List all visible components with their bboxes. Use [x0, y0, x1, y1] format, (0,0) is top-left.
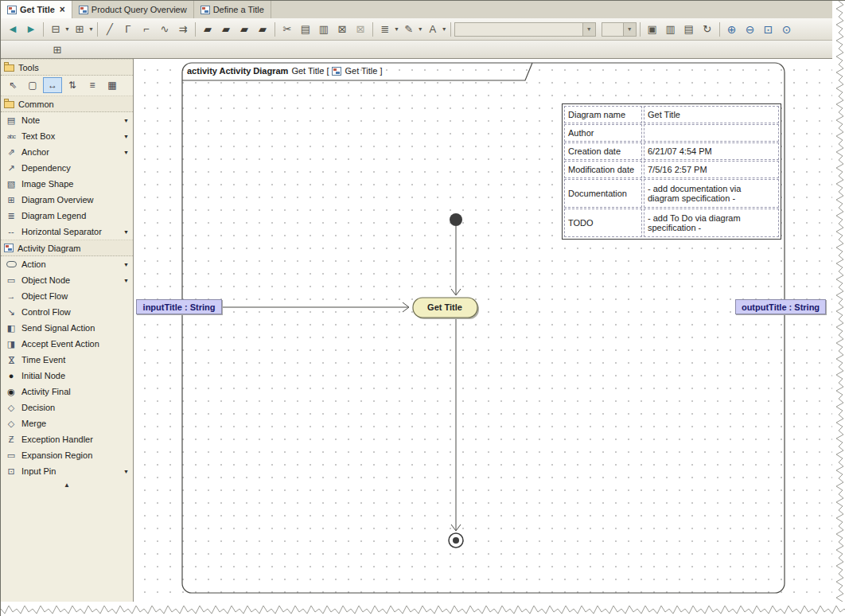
- sidebar-item-action[interactable]: Action ▼: [1, 256, 133, 272]
- line-style-button[interactable]: ✎: [400, 21, 418, 37]
- input-parameter-node[interactable]: inputTitle : String: [136, 299, 222, 314]
- chevron-down-icon[interactable]: ▼: [123, 150, 129, 155]
- chevron-down-icon[interactable]: ▼: [123, 469, 129, 474]
- copy-button[interactable]: ▤: [297, 21, 314, 37]
- tab-define-a-title[interactable]: Define a Title: [194, 1, 271, 18]
- sidebar-item-control-flow[interactable]: ↘ Control Flow: [1, 304, 133, 320]
- tab-get-title[interactable]: Get Title ×: [1, 1, 72, 18]
- chevron-down-icon[interactable]: ▼: [418, 26, 423, 32]
- sidebar-item-accept-event-action[interactable]: ◨ Accept Event Action: [1, 336, 133, 352]
- zoom-combobox[interactable]: ▼: [602, 22, 637, 37]
- font-color-button[interactable]: A: [424, 21, 442, 37]
- tab-product-query-overview[interactable]: Product Query Overview: [72, 1, 194, 18]
- marquee-select-tool-button[interactable]: ▢: [23, 77, 42, 93]
- sidebar-item-send-signal-action[interactable]: ◧ Send Signal Action: [1, 320, 133, 336]
- control-flow-initial-to-action[interactable]: [451, 226, 461, 295]
- sidebar-item-horizontal-separator[interactable]: -- Horizontal Separator ▼: [1, 224, 133, 240]
- diagram-canvas[interactable]: Get Title activity Activity Diagram Get …: [134, 59, 833, 602]
- refresh-button[interactable]: ↻: [699, 21, 716, 37]
- sidebar-item-diagram-overview[interactable]: ⊞ Diagram Overview: [1, 192, 133, 208]
- forward-button[interactable]: ▶: [22, 21, 40, 37]
- layout-button[interactable]: ≣: [376, 21, 394, 37]
- sidebar-item-initial-node[interactable]: ● Initial Node: [1, 368, 133, 384]
- distribute-tool-button[interactable]: ≡: [83, 77, 102, 93]
- palette-section-activity-diagram[interactable]: Activity Diagram: [1, 240, 133, 256]
- export-diagram-button[interactable]: ▤: [680, 21, 698, 37]
- sidebar-item-decision[interactable]: ◇ Decision: [1, 400, 133, 415]
- palette-section-tools[interactable]: Tools: [1, 59, 133, 76]
- sidebar-item-exception-handler[interactable]: Ƶ Exception Handler: [1, 431, 133, 447]
- sidebar-item-dependency[interactable]: ↗ Dependency: [1, 160, 133, 176]
- anchor-icon: ⇗: [5, 147, 18, 158]
- diagram-info-table[interactable]: Diagram name Get Title Author Creation d…: [562, 103, 781, 240]
- frame-keyword: activity Activity Diagram: [187, 66, 288, 76]
- chevron-down-icon[interactable]: ▼: [123, 229, 129, 235]
- output-parameter-node[interactable]: outputTitle : String: [735, 299, 826, 314]
- paste-button[interactable]: ▥: [315, 21, 333, 37]
- table-row: Modification date 7/5/16 2:57 PM: [564, 161, 779, 178]
- link-tool-button[interactable]: ↔: [43, 77, 62, 93]
- chevron-down-icon[interactable]: ▼: [64, 26, 70, 32]
- sidebar-item-note[interactable]: ▤ Note ▼: [1, 112, 133, 128]
- chevron-down-icon[interactable]: ▼: [394, 26, 399, 32]
- sidebar-item-diagram-legend[interactable]: ≣ Diagram Legend: [1, 208, 133, 224]
- autosize-button[interactable]: ▰: [254, 21, 271, 37]
- sidebar-item-object-flow[interactable]: → Object Flow: [1, 288, 133, 304]
- sidebar-item-image-shape[interactable]: ▧ Image Shape: [1, 176, 133, 192]
- toolbar-separator: [372, 22, 373, 37]
- oblique-path-button[interactable]: ╱: [101, 21, 119, 37]
- align-tool-button[interactable]: ⇅: [63, 77, 82, 93]
- show-diagram-info-button[interactable]: ⊞: [49, 41, 66, 57]
- object-flow-input-to-action[interactable]: [223, 302, 409, 312]
- frame-ref: Get Title ]: [345, 66, 382, 76]
- chevron-down-icon[interactable]: ▼: [623, 23, 636, 36]
- add-element-button[interactable]: ⊞: [71, 21, 88, 37]
- tile-windows-button[interactable]: ▥: [662, 21, 680, 37]
- sidebar-item-time-event[interactable]: ⋈ Time Event: [1, 352, 133, 368]
- initial-node[interactable]: [450, 213, 462, 226]
- sidebar-item-expansion-region[interactable]: ▭ Expansion Region: [1, 447, 133, 463]
- chevron-down-icon[interactable]: ▼: [88, 26, 94, 32]
- cut-button[interactable]: ✂: [278, 21, 296, 37]
- frame-header[interactable]: activity Activity Diagram Get Title [ Ge…: [187, 66, 383, 76]
- sidebar-item-merge[interactable]: ◇ Merge: [1, 415, 133, 431]
- chevron-down-icon[interactable]: ▼: [442, 26, 447, 32]
- make-same-width-button[interactable]: ▰: [199, 21, 216, 37]
- bent-path-button[interactable]: ⌐: [138, 21, 155, 37]
- grid-tool-button[interactable]: ▦: [103, 77, 122, 93]
- make-same-height-button[interactable]: ▰: [217, 21, 235, 37]
- sidebar-item-text-box[interactable]: abc Text Box ▼: [1, 128, 133, 144]
- zoom-out-button[interactable]: ⊖: [742, 21, 759, 37]
- scope-combobox[interactable]: ▼: [454, 22, 596, 37]
- delete-button[interactable]: ⊠: [333, 21, 351, 37]
- zoom-in-button[interactable]: ⊕: [723, 21, 741, 37]
- chevron-down-icon[interactable]: ▼: [123, 118, 129, 123]
- make-same-size-button[interactable]: ▰: [236, 21, 253, 37]
- palette-section-common[interactable]: Common: [1, 96, 133, 112]
- back-button[interactable]: ◀: [4, 21, 21, 37]
- zoom-fit-button[interactable]: ⊡: [760, 21, 777, 37]
- select-tool-button[interactable]: ⇖: [3, 77, 22, 93]
- chevron-down-icon[interactable]: ▼: [582, 23, 595, 36]
- sidebar-item-anchor[interactable]: ⇗ Anchor ▼: [1, 144, 133, 160]
- palette-scroll-up[interactable]: ▲: [1, 479, 133, 489]
- zoom-selection-button[interactable]: ⊙: [778, 21, 796, 37]
- rectilinear-path-button[interactable]: Γ: [119, 21, 137, 37]
- delete-from-diagram-button[interactable]: ⊠: [352, 21, 369, 37]
- toolbar-separator: [640, 22, 641, 37]
- sidebar-item-activity-final[interactable]: ◉ Activity Final: [1, 384, 133, 400]
- activity-final-node[interactable]: [449, 533, 463, 548]
- related-elements-button[interactable]: ⊟: [47, 21, 64, 37]
- sidebar-item-object-node[interactable]: ▭ Object Node ▼: [1, 272, 133, 288]
- close-icon[interactable]: ×: [60, 5, 65, 14]
- chevron-down-icon[interactable]: ▼: [123, 262, 129, 267]
- sidebar-item-input-pin[interactable]: ⊡ Input Pin ▼: [1, 463, 133, 479]
- table-row: Documentation - add documentation via di…: [564, 179, 779, 208]
- new-window-button[interactable]: ▣: [644, 21, 661, 37]
- chevron-down-icon[interactable]: ▼: [123, 278, 129, 283]
- control-flow-action-to-final[interactable]: [451, 318, 461, 531]
- spline-path-button[interactable]: ∿: [156, 21, 173, 37]
- action-get-title[interactable]: Get Title: [413, 298, 479, 319]
- reroute-path-button[interactable]: ⇉: [174, 21, 192, 37]
- chevron-down-icon[interactable]: ▼: [123, 134, 129, 139]
